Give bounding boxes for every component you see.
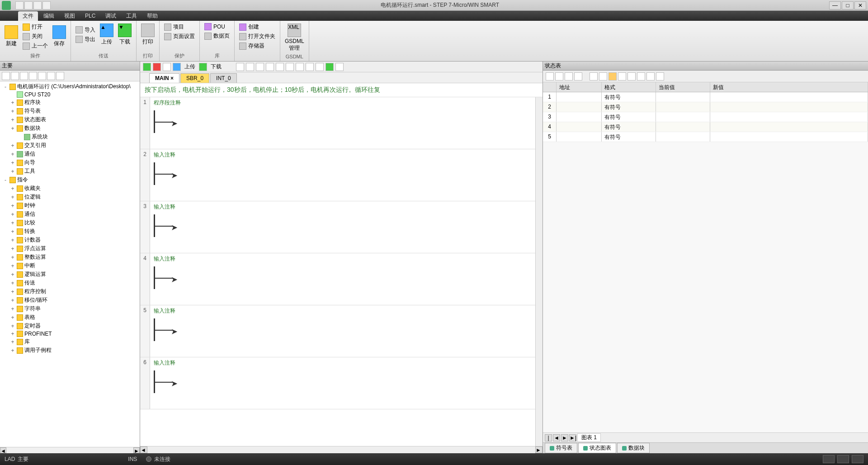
col-format[interactable]: 格式 <box>602 82 656 92</box>
tree-item[interactable]: +数据块 <box>1 124 139 133</box>
ladder-rung[interactable]: ➤ <box>154 162 532 185</box>
tree-item[interactable]: +传送 <box>1 279 139 287</box>
page-setup-button[interactable]: 页面设置 <box>163 32 196 41</box>
tree-root[interactable]: - 电机循环运行 (C:\Users\Administrator\Desktop… <box>1 82 139 91</box>
print-button[interactable]: 打印 <box>140 23 156 47</box>
ed-btn-f[interactable] <box>286 63 294 71</box>
nav-next[interactable]: ► <box>561 434 568 441</box>
editor-hscroll[interactable]: ◄ ► <box>140 446 542 453</box>
qat-open-icon[interactable] <box>24 1 33 9</box>
cell-current[interactable] <box>656 132 710 142</box>
tree-item[interactable]: +位逻辑 <box>1 193 139 201</box>
cell-new[interactable] <box>710 92 868 102</box>
cell-address[interactable] <box>557 92 602 102</box>
ed-btn-g[interactable] <box>296 63 304 71</box>
tree-hscroll[interactable]: ◄ ► <box>0 447 140 453</box>
ladder-rung[interactable]: ➤ <box>154 110 532 133</box>
btab-data[interactable]: 数据块 <box>617 443 650 453</box>
tree-item[interactable]: +整数运算 <box>1 253 139 261</box>
ed-btn-i[interactable] <box>316 63 324 71</box>
cell-current[interactable] <box>656 92 710 102</box>
qat-new-icon[interactable] <box>15 1 24 9</box>
cell-current[interactable] <box>656 112 710 122</box>
btab-status[interactable]: 状态图表 <box>578 443 616 453</box>
datapage-button[interactable]: 数据页 <box>203 32 231 40</box>
rp-btn-2[interactable] <box>555 72 563 81</box>
ed-btn-3[interactable] <box>163 63 171 71</box>
previous-button[interactable]: 上一个 <box>22 42 49 50</box>
tab-main[interactable]: MAIN × <box>149 73 179 83</box>
status-view-3[interactable] <box>852 455 863 463</box>
tab-tools[interactable]: 工具 <box>122 11 142 21</box>
tree-item[interactable]: +库 <box>1 337 139 346</box>
tree-btn-2[interactable] <box>11 72 19 80</box>
memory-button[interactable]: 存储器 <box>238 42 276 50</box>
tree-item[interactable]: +调用子例程 <box>1 346 139 355</box>
qat-save-icon[interactable] <box>33 1 42 9</box>
tree-item[interactable]: +工具 <box>1 167 139 176</box>
rp-btn-12[interactable] <box>656 72 664 81</box>
tree-item[interactable]: +字符串 <box>1 304 139 313</box>
cell-new[interactable] <box>710 132 868 142</box>
ed-btn-h[interactable] <box>306 63 314 71</box>
tree-item[interactable]: +程序块 <box>1 98 139 107</box>
nav-prev[interactable]: ◄ <box>553 434 560 441</box>
tree-item[interactable]: +移位/循环 <box>1 296 139 304</box>
openfolder-button[interactable]: 打开文件夹 <box>238 32 276 41</box>
tab-view[interactable]: 视图 <box>60 11 80 21</box>
ed-btn-c[interactable] <box>256 63 264 71</box>
cell-address[interactable] <box>557 102 602 112</box>
rp-btn-6[interactable] <box>599 72 607 81</box>
chart-name[interactable]: 图表 1 <box>577 433 601 442</box>
create-button[interactable]: 创建 <box>238 23 276 31</box>
tree-item[interactable]: +比较 <box>1 218 139 227</box>
hscroll-right[interactable]: ► <box>535 446 542 453</box>
grid-body[interactable]: 1有符号2有符号3有符号4有符号5有符号 <box>543 92 868 142</box>
tree-item[interactable]: 系统块 <box>1 133 139 141</box>
hscroll-left[interactable]: ◄ <box>140 446 147 453</box>
tree-btn-6[interactable] <box>47 72 55 80</box>
tree-item[interactable]: +中断 <box>1 261 139 270</box>
cell-address[interactable] <box>557 122 602 132</box>
ed-btn-d[interactable] <box>266 63 274 71</box>
open-button[interactable]: 打开 <box>22 23 49 31</box>
tab-debug[interactable]: 调试 <box>101 11 121 21</box>
network-row[interactable]: 6输入注释➤ <box>140 357 535 409</box>
cell-format[interactable]: 有符号 <box>602 132 656 142</box>
minimize-button[interactable]: — <box>829 1 841 9</box>
network-title[interactable]: 输入注释 <box>154 203 532 211</box>
network-title[interactable]: 输入注释 <box>154 307 532 315</box>
upload-button[interactable]: ▲上传 <box>99 23 114 47</box>
tree-item[interactable]: +向导 <box>1 158 139 167</box>
tree-item[interactable]: +定时器 <box>1 322 139 330</box>
tree-item[interactable]: +表格 <box>1 313 139 322</box>
tree-item[interactable]: +PROFINET <box>1 330 139 337</box>
ed-btn-j[interactable] <box>326 63 334 71</box>
status-view-1[interactable] <box>823 455 835 463</box>
rp-btn-10[interactable] <box>637 72 645 81</box>
tree-item[interactable]: +程序控制 <box>1 287 139 296</box>
ed-btn-k[interactable] <box>335 63 344 71</box>
grid-row[interactable]: 4有符号 <box>543 122 868 132</box>
tree-item[interactable]: +通信 <box>1 210 139 218</box>
close-button[interactable]: ✕ <box>854 1 866 9</box>
cell-address[interactable] <box>557 112 602 122</box>
cell-address[interactable] <box>557 132 602 142</box>
tree-item[interactable]: +收藏夹 <box>1 184 139 193</box>
rp-btn-9[interactable] <box>627 72 636 81</box>
tree-item[interactable]: +时钟 <box>1 201 139 210</box>
rp-btn-3[interactable] <box>565 72 573 81</box>
tab-sbr0[interactable]: SBR_0 <box>180 73 209 83</box>
export-button[interactable]: 导出 <box>75 35 96 44</box>
cell-format[interactable]: 有符号 <box>602 102 656 112</box>
grid-row[interactable]: 5有符号 <box>543 132 868 142</box>
cell-current[interactable] <box>656 122 710 132</box>
status-view-2[interactable] <box>837 455 849 463</box>
rp-btn-8[interactable] <box>618 72 626 81</box>
ed-btn-a[interactable] <box>236 63 244 71</box>
tree-btn-5[interactable] <box>38 72 46 80</box>
close-project-button[interactable]: 关闭 <box>22 32 49 41</box>
ed-download-icon[interactable] <box>199 63 207 71</box>
cell-new[interactable] <box>710 122 868 132</box>
grid-row[interactable]: 1有符号 <box>543 92 868 102</box>
